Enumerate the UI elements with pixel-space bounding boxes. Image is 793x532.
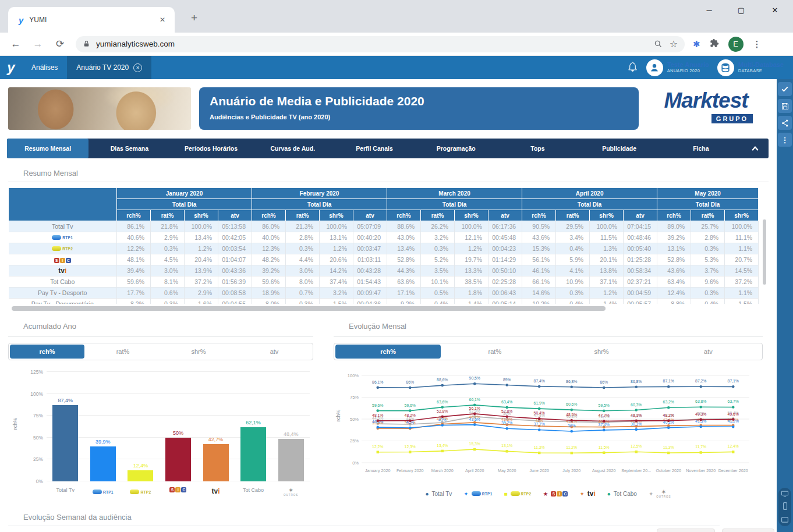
data-point[interactable] xyxy=(376,409,379,412)
data-point[interactable] xyxy=(699,425,702,428)
data-point[interactable] xyxy=(603,420,606,423)
bar-tot-cabo[interactable] xyxy=(240,427,266,481)
bookmark-star-icon[interactable]: ☆ xyxy=(670,38,678,49)
data-point[interactable] xyxy=(441,424,444,427)
tab-close-icon[interactable]: ✕ xyxy=(156,15,169,25)
table-horizontal-scrollbar[interactable] xyxy=(12,306,606,311)
clipped-button-1[interactable] xyxy=(657,529,715,532)
data-point[interactable] xyxy=(376,420,379,423)
data-point[interactable] xyxy=(603,386,606,389)
bar-tvi[interactable] xyxy=(203,444,229,481)
metric-button-shr[interactable]: shr% xyxy=(161,345,236,359)
data-point[interactable] xyxy=(441,406,444,409)
data-point[interactable] xyxy=(667,406,670,409)
metric-button-atv[interactable]: atv xyxy=(237,345,311,359)
legend-item-rtp2[interactable]: ■RTP2 xyxy=(504,491,532,497)
bar-sic[interactable] xyxy=(165,438,191,481)
data-point[interactable] xyxy=(505,384,508,386)
table-vertical-scrollbar[interactable] xyxy=(763,219,766,285)
data-point[interactable] xyxy=(732,451,734,453)
zoom-icon[interactable] xyxy=(654,40,663,48)
metric-button-rch[interactable]: rch% xyxy=(335,345,441,359)
window-close-button[interactable]: ✕ xyxy=(763,6,787,15)
data-point[interactable] xyxy=(603,452,605,454)
data-point[interactable] xyxy=(409,409,412,412)
tab-dias-semana[interactable]: Dias Semana xyxy=(88,139,170,158)
browser-tab[interactable]: y YUMI ✕ xyxy=(8,7,175,33)
data-point[interactable] xyxy=(732,385,735,388)
reload-icon[interactable]: ⟳ xyxy=(49,38,71,50)
legend-item-tvi[interactable]: ✦tvi xyxy=(579,490,595,498)
data-point[interactable] xyxy=(538,428,541,431)
data-point[interactable] xyxy=(700,451,702,453)
data-point[interactable] xyxy=(505,406,508,409)
data-point[interactable] xyxy=(473,404,476,407)
more-options-button[interactable]: ⋮ xyxy=(778,133,792,147)
data-point[interactable] xyxy=(570,419,573,422)
metric-button-rat[interactable]: rat% xyxy=(86,345,160,359)
data-point[interactable] xyxy=(699,418,702,421)
metric-button-atv[interactable]: atv xyxy=(656,345,761,359)
forward-icon[interactable]: → xyxy=(27,38,49,50)
user-menu[interactable]: Teste AnuarioANUARIO 2020 xyxy=(646,59,709,76)
database-menu[interactable]: Multi-DatabaseDATABASE xyxy=(717,59,784,76)
data-point[interactable] xyxy=(441,384,444,387)
legend-item-outros[interactable]: ✦✶OUTROS xyxy=(649,489,671,499)
data-point[interactable] xyxy=(377,451,379,453)
data-point[interactable] xyxy=(699,385,702,388)
tab-ficha[interactable]: Ficha xyxy=(660,139,742,158)
mobile-preview-icon[interactable] xyxy=(783,502,788,512)
share-button[interactable] xyxy=(778,116,792,130)
desktop-preview-icon[interactable] xyxy=(781,489,789,499)
data-point[interactable] xyxy=(409,386,412,389)
data-point[interactable] xyxy=(441,416,444,418)
data-point[interactable] xyxy=(473,413,476,416)
data-point[interactable] xyxy=(635,420,638,423)
data-point[interactable] xyxy=(409,419,412,422)
tab-curvas-de-aud[interactable]: Curvas de Aud. xyxy=(252,139,334,158)
tab-resumo-mensal[interactable]: Resumo Mensal xyxy=(7,139,88,158)
tablet-preview-icon[interactable] xyxy=(781,515,788,525)
tab-tops[interactable]: Tops xyxy=(497,139,578,158)
data-point[interactable] xyxy=(732,406,735,409)
metric-button-rch[interactable]: rch% xyxy=(10,345,84,359)
clipped-button-2[interactable] xyxy=(722,529,774,532)
data-point[interactable] xyxy=(538,452,540,454)
data-point[interactable] xyxy=(409,451,411,453)
data-point[interactable] xyxy=(570,430,573,433)
apply-check-button[interactable] xyxy=(778,82,792,96)
data-point[interactable] xyxy=(473,382,476,385)
notifications-bell-icon[interactable] xyxy=(627,61,638,75)
data-point[interactable] xyxy=(699,406,702,409)
data-point[interactable] xyxy=(603,409,606,412)
data-point[interactable] xyxy=(505,416,508,418)
data-point[interactable] xyxy=(667,426,670,429)
save-button[interactable] xyxy=(778,99,792,113)
legend-item-sic[interactable]: ★SIC xyxy=(543,491,568,497)
back-icon[interactable]: ← xyxy=(5,38,27,50)
nav-tab-anuario[interactable]: Anuário TV 2020 ✕ xyxy=(67,56,151,79)
legend-item-tot-cabo[interactable]: ●Tot Cabo xyxy=(607,491,637,497)
data-point[interactable] xyxy=(505,427,508,430)
bar-rtp1[interactable] xyxy=(90,446,116,481)
window-maximize-button[interactable]: ▢ xyxy=(730,6,753,15)
data-point[interactable] xyxy=(538,385,541,388)
data-point[interactable] xyxy=(635,386,638,389)
data-point[interactable] xyxy=(571,452,573,454)
metric-button-shr[interactable]: shr% xyxy=(549,345,654,359)
nav-tab-analises[interactable]: Análises xyxy=(22,56,67,79)
tab-per-odos-hor-rios[interactable]: Períodos Horários xyxy=(170,139,252,158)
window-minimize-button[interactable]: ─ xyxy=(698,6,721,15)
data-point[interactable] xyxy=(570,409,573,412)
data-point[interactable] xyxy=(409,427,412,430)
new-tab-button[interactable]: + xyxy=(191,12,197,24)
data-point[interactable] xyxy=(732,418,735,421)
address-bar[interactable]: yumianalyticsweb.com ☆ xyxy=(76,36,685,52)
bar-outros[interactable] xyxy=(278,439,304,481)
legend-item-total-tv[interactable]: ●Total Tv xyxy=(425,491,452,497)
bar-rtp2[interactable] xyxy=(128,470,153,481)
data-point[interactable] xyxy=(635,428,638,431)
yumi-logo[interactable]: y xyxy=(0,56,22,79)
data-point[interactable] xyxy=(376,426,379,429)
data-point[interactable] xyxy=(603,429,606,432)
